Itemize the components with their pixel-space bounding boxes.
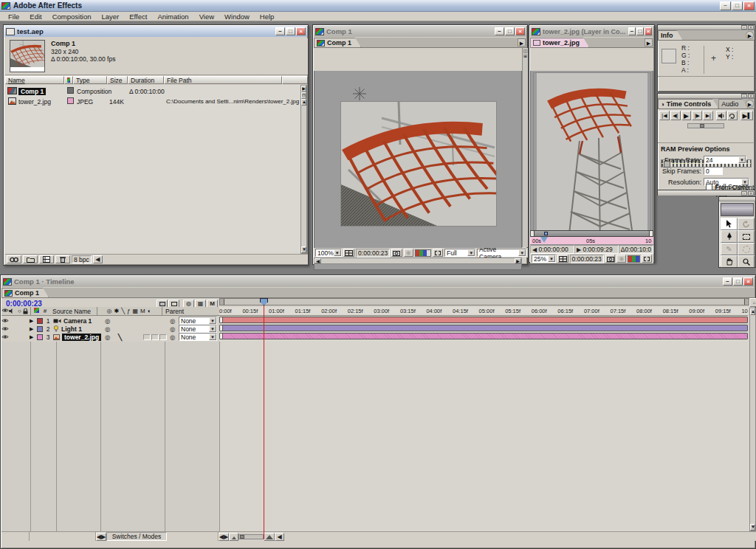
frame-rate-dropdown[interactable]: 24▼ — [704, 156, 746, 164]
lock-column-header[interactable] — [23, 308, 30, 314]
menu-item[interactable]: Window — [219, 13, 255, 21]
snapshot-button[interactable] — [391, 249, 402, 257]
switches-modes-toggle-arrows[interactable]: ◀▶ — [96, 533, 106, 541]
expander-icon[interactable]: ▶ — [30, 326, 37, 332]
ram-preview-button[interactable]: ▶▌ — [740, 111, 753, 120]
layer-timecode[interactable]: 0:00:00:23 — [570, 255, 604, 263]
layer-trim-bar[interactable] — [530, 230, 653, 237]
comp-image[interactable] — [341, 102, 496, 226]
orbit-camera-tool[interactable] — [738, 243, 755, 255]
region-of-interest-button[interactable] — [433, 249, 443, 257]
comp-time-icon[interactable]: ◫ — [523, 48, 528, 53]
layer-maximize-button[interactable]: □ — [636, 27, 644, 35]
number-column-header[interactable]: # — [41, 308, 49, 314]
shuttle-handle[interactable] — [700, 124, 704, 128]
menu-item[interactable]: View — [194, 13, 219, 21]
layer-name[interactable]: Camera 1 — [61, 317, 92, 325]
comp-hscrollbar[interactable]: ◀ ▶ — [314, 258, 522, 264]
channel-buttons[interactable] — [415, 249, 431, 257]
new-composition-button[interactable] — [39, 255, 54, 263]
zoom-arrows-button[interactable]: ◀▶ — [219, 533, 229, 541]
expander-icon[interactable]: ▶ — [30, 334, 37, 340]
project-close-button[interactable]: × — [296, 27, 306, 35]
previous-frame-button[interactable]: ◀| — [670, 111, 681, 120]
comp-viewer[interactable] — [314, 71, 522, 270]
zoom-slider-handle[interactable] — [240, 535, 244, 539]
scroll-up-button[interactable]: ▲ — [750, 308, 755, 315]
layer-tab[interactable]: tower_2.jpg — [530, 38, 589, 47]
new-folder-button[interactable] — [23, 255, 38, 263]
parent-column-header[interactable]: Parent — [163, 308, 219, 315]
trim-out-handle[interactable] — [649, 231, 653, 236]
mask-rectangle-tool[interactable] — [738, 230, 755, 243]
project-item-name[interactable]: Comp 1 — [18, 88, 46, 95]
light-point-of-interest-icon[interactable] — [353, 87, 366, 100]
skip-frames-field[interactable]: 0 — [704, 167, 723, 175]
layer-name[interactable]: tower_2.jpg — [62, 334, 101, 341]
column-type[interactable]: Type — [73, 76, 107, 84]
switch-icon[interactable]: ◎ — [105, 317, 110, 325]
layer-magnification-dropdown[interactable]: 25%▼ — [532, 255, 556, 263]
parent-dropdown[interactable]: None▼ — [179, 317, 217, 325]
jog-marker[interactable] — [664, 161, 670, 168]
column-name[interactable]: Name — [5, 76, 64, 84]
layer-close-button[interactable]: × — [645, 27, 652, 35]
layer-snapshot-button[interactable] — [605, 255, 616, 263]
comp-titlebar[interactable]: Comp 1 − □ × — [314, 26, 526, 37]
palette-close-icon[interactable]: × — [748, 191, 754, 196]
scroll-right-button[interactable]: ▶ — [515, 258, 521, 263]
switch-cell[interactable] — [151, 334, 159, 340]
zoom-out-button[interactable] — [229, 533, 238, 541]
trim-in-handle[interactable] — [531, 231, 535, 236]
column-duration[interactable]: Duration — [128, 76, 164, 84]
layer-color-chip[interactable] — [37, 318, 43, 324]
switch-icon[interactable]: ◎ — [105, 334, 110, 341]
switch-cell[interactable] — [143, 334, 151, 340]
palette-close-icon[interactable]: × — [748, 25, 754, 30]
current-time-indicator[interactable] — [264, 298, 264, 539]
brush-tool[interactable]: ✎ — [721, 243, 738, 255]
layer-time-ruler[interactable]: 00s 05s 10 — [530, 237, 653, 245]
layer-image[interactable] — [534, 73, 650, 250]
time-controls-tab[interactable]: ◑Time Controls — [658, 99, 718, 108]
menu-item[interactable]: Composition — [47, 13, 97, 21]
hand-tool[interactable] — [721, 255, 738, 268]
layer-color-chip[interactable] — [37, 326, 43, 332]
bit-depth-indicator[interactable]: 8 bpc — [72, 255, 92, 263]
comp-aspect-icon[interactable]: ⊞ — [523, 53, 528, 58]
palette-minimize-icon[interactable]: − — [741, 94, 747, 98]
blue-channel-icon[interactable] — [636, 256, 639, 262]
label-chip[interactable] — [67, 97, 74, 104]
scroll-down-button[interactable]: ▼ — [301, 246, 306, 253]
bar-in-handle[interactable] — [220, 325, 223, 331]
hscroll-left-button[interactable]: ◀ — [275, 533, 284, 541]
project-item-name[interactable]: tower_2.jpg — [18, 98, 51, 106]
project-minimize-button[interactable]: − — [275, 27, 285, 35]
comp-tab-flyout[interactable]: ▶ — [518, 38, 526, 46]
source-name-column-header[interactable]: Source Name — [49, 308, 95, 315]
selection-tool[interactable] — [721, 218, 738, 230]
audio-button[interactable] — [716, 111, 726, 120]
tc-palette-strip[interactable]: − × — [658, 94, 755, 99]
project-titlebar[interactable]: test.aep − □ × — [4, 26, 307, 37]
timeline-minimize-button[interactable]: − — [723, 277, 732, 286]
shuttle-control[interactable] — [687, 123, 724, 128]
pen-tool[interactable] — [721, 230, 738, 243]
play-button[interactable]: ▶ — [681, 111, 692, 120]
switch-icon[interactable]: ◎ — [105, 325, 110, 333]
info-palette-strip[interactable]: − × — [658, 25, 755, 30]
work-area-end-handle[interactable] — [744, 299, 749, 305]
layer-minimize-button[interactable]: − — [628, 27, 636, 35]
label-chip[interactable] — [67, 87, 74, 94]
loop-button[interactable] — [727, 111, 738, 120]
layer-row-footage[interactable]: ▶ 3 tower_2.jpg ◎ ╲ ◎ None▼ — [1, 333, 219, 341]
timeline-vscrollbar[interactable]: ▲ ▼ — [749, 308, 756, 531]
column-size[interactable]: Size — [107, 76, 128, 84]
eye-icon[interactable] — [1, 318, 9, 323]
bar-in-handle[interactable] — [220, 317, 223, 322]
menu-item[interactable]: Effect — [124, 13, 152, 21]
minimize-button[interactable]: − — [720, 1, 731, 10]
timeline-close-button[interactable]: × — [743, 277, 753, 286]
toolbar-scroll-left[interactable]: ◀ — [93, 255, 103, 263]
info-flyout[interactable]: ▶ — [746, 31, 754, 39]
